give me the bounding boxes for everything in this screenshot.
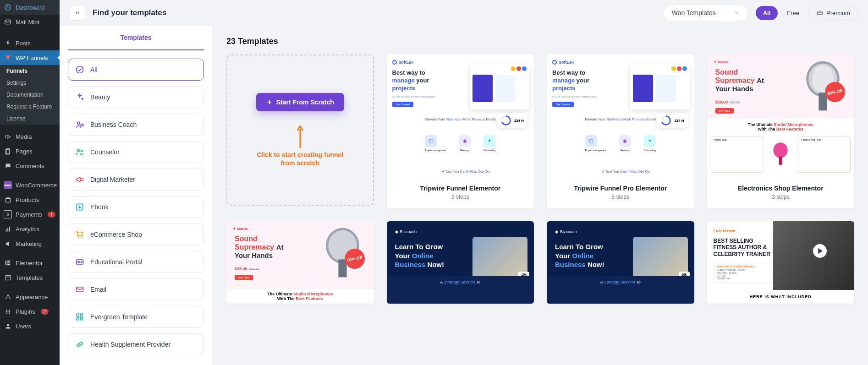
svg-rect-8 <box>5 261 6 266</box>
sidebar-item-pages[interactable]: Pages <box>0 144 60 158</box>
template-card[interactable]: SoftLex Best way tomanage yourprojects G… <box>547 54 694 208</box>
download-book-icon <box>75 202 85 212</box>
svg-rect-36 <box>779 157 782 165</box>
category-label: Health Supplement Provider <box>90 341 170 348</box>
template-card[interactable]: SoftLex Best way tomanage yourprojects G… <box>387 54 534 208</box>
category-beauty[interactable]: Beauty <box>68 86 204 108</box>
sidebar-item-media[interactable]: Media <box>0 129 60 144</box>
media-icon <box>4 132 12 141</box>
template-card[interactable]: ✦ Marox Sound Supremacy At Your Hands $2… <box>707 54 855 208</box>
main-area: Find your templates Woo Templates All Fr… <box>60 0 868 365</box>
filter-all[interactable]: All <box>756 6 778 20</box>
category-label: eCommerce Shop <box>90 231 142 238</box>
sidebar-item-label: Comments <box>16 163 44 169</box>
wp-admin-sidebar: Dashboard Mail Mint Posts WP Funnels Fun… <box>0 0 60 365</box>
sidebar-item-elementor[interactable]: Elementor <box>0 256 60 270</box>
svg-rect-5 <box>5 229 6 231</box>
category-label: Counselor <box>90 148 120 156</box>
svg-rect-11 <box>7 264 10 265</box>
badge-count: 1 <box>48 212 56 218</box>
template-thumbnail: SoftLex Best way tomanage yourprojects G… <box>547 54 694 178</box>
submenu-settings[interactable]: Settings <box>0 77 60 89</box>
start-from-scratch-button[interactable]: Start From Scratch <box>256 93 344 111</box>
funnel-icon <box>4 54 12 62</box>
pill-icon <box>75 339 85 349</box>
submenu-request-feature[interactable]: Request a Feature <box>0 101 60 113</box>
svg-point-18 <box>81 150 82 152</box>
category-counselor[interactable]: Counselor <box>68 141 204 163</box>
submenu-documentation[interactable]: Documentation <box>0 89 60 101</box>
category-evergreen[interactable]: Evergreen Template <box>68 306 204 328</box>
template-card[interactable]: Luis brown BEST SELLINGFITNESS AUTHOR &C… <box>707 221 855 304</box>
submenu-funnels[interactable]: Funnels <box>0 65 60 77</box>
category-ebook[interactable]: Ebook <box>68 196 204 218</box>
template-steps: 3 steps <box>712 194 850 200</box>
filter-label: Premium <box>826 10 850 16</box>
sidebar-item-label: Products <box>16 196 39 203</box>
category-label: All <box>90 66 98 73</box>
sidebar-item-label: Elementor <box>16 260 43 267</box>
page-title: Find your templates <box>93 8 167 17</box>
svg-rect-4 <box>5 198 10 202</box>
annotation-text-line2: from scratch <box>280 159 319 167</box>
template-card[interactable]: ◆ Bizcoach Learn To GrowYour OnlineBusin… <box>547 221 694 304</box>
template-card[interactable]: ✦ Marox Sound Supremacy At Your Hands $2… <box>226 221 374 304</box>
users-icon <box>4 322 12 330</box>
sidebar-item-comments[interactable]: Comments <box>0 158 60 173</box>
template-thumbnail: ◆ Bizcoach Learn To GrowYour OnlineBusin… <box>547 221 694 304</box>
play-icon <box>813 244 827 258</box>
analytics-icon <box>4 225 12 233</box>
sidebar-item-posts[interactable]: Posts <box>0 36 60 50</box>
svg-point-17 <box>77 149 79 152</box>
submenu-license[interactable]: License <box>0 113 60 125</box>
template-steps: 3 steps <box>391 194 530 200</box>
category-health-supplement[interactable]: Health Supplement Provider <box>68 333 204 355</box>
filter-premium[interactable]: Premium <box>808 5 858 21</box>
collapse-button[interactable] <box>70 5 85 21</box>
dashboard-icon <box>4 3 12 11</box>
sidebar-item-mailmint[interactable]: Mail Mint <box>0 15 60 29</box>
tab-templates[interactable]: Templates <box>68 26 204 50</box>
category-email[interactable]: Email <box>68 278 204 300</box>
sidebar-item-users[interactable]: Users <box>0 319 60 333</box>
sidebar-item-appearance[interactable]: Appearance <box>0 289 60 304</box>
check-circle-icon <box>75 65 85 75</box>
template-title: Tripwire Funnel Elementor <box>391 185 530 192</box>
svg-rect-12 <box>5 275 10 280</box>
sidebar-item-marketing[interactable]: Marketing <box>0 236 60 251</box>
sidebar-item-wpfunnels[interactable]: WP Funnels <box>0 50 60 65</box>
category-ecommerce[interactable]: eCommerce Shop <box>68 223 204 245</box>
category-all[interactable]: All <box>68 59 204 81</box>
sidebar-item-products[interactable]: Products <box>0 192 60 207</box>
sidebar-item-label: Mail Mint <box>16 19 39 26</box>
sidebar-item-analytics[interactable]: Analytics <box>0 222 60 236</box>
sidebar-item-label: Appearance <box>16 294 48 300</box>
category-label: Evergreen Template <box>90 313 148 321</box>
sidebar-item-label: Media <box>16 133 32 140</box>
template-count-heading: 23 Templates <box>226 37 854 46</box>
sidebar-item-dashboard[interactable]: Dashboard <box>0 0 60 15</box>
category-label: Beauty <box>90 93 110 101</box>
badge-count: 2 <box>41 309 49 315</box>
sidebar-item-templates[interactable]: Templates <box>0 270 60 285</box>
svg-rect-26 <box>81 318 83 320</box>
category-digital-marketer[interactable]: Digital Marketer <box>68 169 204 191</box>
sidebar-item-plugins[interactable]: Plugins 2 <box>0 304 60 319</box>
svg-rect-9 <box>7 261 10 261</box>
sidebar-item-label: Plugins <box>16 308 35 315</box>
template-thumbnail: SoftLex Best way tomanage yourprojects G… <box>387 54 534 178</box>
template-type-select[interactable]: Woo Templates <box>663 5 748 21</box>
sidebar-item-payments[interactable]: $ Payments 1 <box>0 207 60 222</box>
sidebar-item-label: Dashboard <box>16 4 45 11</box>
category-educational[interactable]: Educational Portal <box>68 251 204 273</box>
template-card[interactable]: ◆ Bizcoach Learn To GrowYour OnlineBusin… <box>387 221 534 304</box>
filter-free[interactable]: Free <box>780 6 807 20</box>
elementor-icon <box>4 259 12 267</box>
template-grid: Start From Scratch Click to start creati… <box>226 54 854 304</box>
start-from-scratch-card: Start From Scratch Click to start creati… <box>226 54 374 206</box>
category-business-coach[interactable]: Business Coach <box>68 114 204 136</box>
svg-rect-16 <box>81 124 83 126</box>
sidebar-item-woocommerce[interactable]: woo WooCommerce <box>0 178 60 192</box>
grid-icon <box>75 312 85 322</box>
mail-icon <box>4 18 12 26</box>
